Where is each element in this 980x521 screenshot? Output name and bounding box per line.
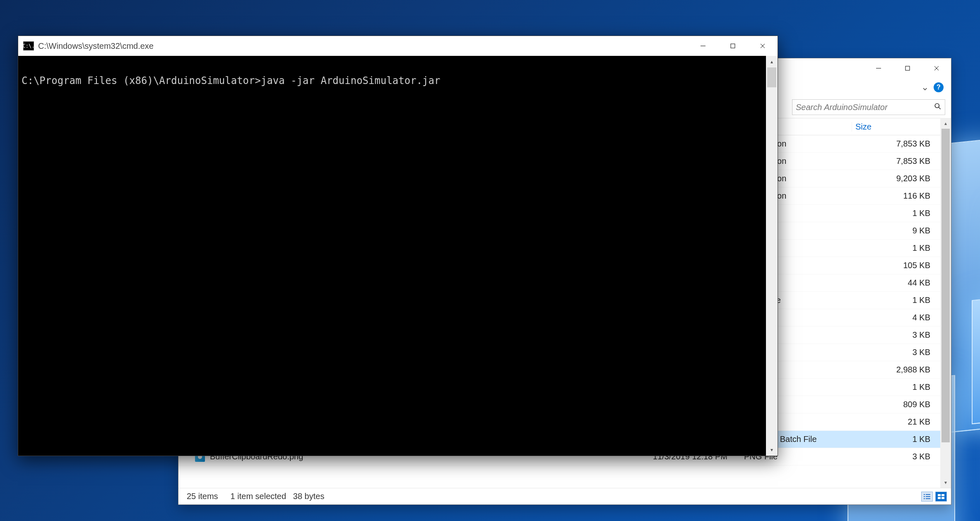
file-size-cell: 7,853 KB	[852, 156, 934, 166]
file-size-cell: 1 KB	[852, 243, 934, 253]
explorer-search-box[interactable]	[792, 99, 945, 115]
scroll-down-icon[interactable]: ▾	[940, 477, 951, 488]
scroll-up-icon[interactable]: ▴	[940, 118, 951, 129]
file-size-cell: 1 KB	[852, 382, 934, 392]
cmd-scrollbar[interactable]: ▴ ▾	[766, 56, 778, 456]
svg-rect-10	[938, 497, 941, 499]
help-icon[interactable]: ?	[934, 82, 944, 92]
file-size-cell: 3 KB	[852, 348, 934, 357]
file-size-cell: 21 KB	[852, 417, 934, 427]
svg-rect-6	[924, 498, 925, 499]
explorer-maximize-button[interactable]	[893, 58, 922, 78]
file-size-cell: 1 KB	[852, 435, 934, 444]
explorer-search-input[interactable]	[796, 103, 931, 112]
explorer-minimize-button[interactable]	[864, 58, 893, 78]
explorer-status-bar: 25 items 1 item selected 38 bytes	[178, 488, 951, 504]
status-selected-count: 1 item selected	[231, 492, 287, 501]
file-size-cell: 809 KB	[852, 400, 934, 409]
file-size-cell: 1 KB	[852, 295, 934, 305]
cmd-scroll-down-icon[interactable]: ▾	[766, 444, 778, 456]
cmd-window-title: C:\Windows\system32\cmd.exe	[38, 41, 688, 51]
status-item-count: 25 items	[187, 492, 218, 501]
svg-rect-12	[731, 44, 735, 48]
view-thumbnails-button[interactable]	[935, 492, 947, 502]
scroll-thumb[interactable]	[941, 129, 950, 442]
column-header-size[interactable]: Size	[852, 122, 934, 132]
status-selected-bytes: 38 bytes	[293, 492, 325, 501]
svg-rect-4	[924, 496, 925, 497]
cmd-scroll-thumb[interactable]	[767, 67, 776, 87]
file-size-cell: 44 KB	[852, 278, 934, 288]
file-size-cell: 4 KB	[852, 313, 934, 322]
file-size-cell: 3 KB	[852, 330, 934, 340]
cmd-console-output[interactable]: C:\Program Files (x86)\ArduinoSimulator>…	[18, 56, 766, 456]
file-size-cell: 7,853 KB	[852, 139, 934, 149]
svg-point-1	[935, 103, 939, 108]
file-size-cell: 3 KB	[852, 452, 934, 461]
svg-rect-5	[926, 496, 930, 497]
explorer-scrollbar[interactable]: ▴ ▾	[940, 118, 951, 488]
svg-rect-3	[926, 494, 930, 495]
cmd-window[interactable]: C:\. C:\Windows\system32\cmd.exe C:\Prog…	[18, 36, 778, 456]
file-size-cell: 2,988 KB	[852, 365, 934, 375]
cmd-minimize-button[interactable]	[688, 36, 718, 56]
file-size-cell: 9 KB	[852, 226, 934, 235]
cmd-scroll-up-icon[interactable]: ▴	[766, 56, 778, 67]
explorer-close-button[interactable]	[922, 58, 951, 78]
search-icon[interactable]	[934, 103, 941, 112]
view-details-button[interactable]	[921, 492, 933, 502]
file-size-cell: 105 KB	[852, 261, 934, 270]
svg-rect-8	[938, 494, 941, 496]
cmd-close-button[interactable]	[748, 36, 778, 56]
ribbon-chevron-icon[interactable]: ⌄	[921, 82, 929, 93]
file-size-cell: 1 KB	[852, 209, 934, 218]
cmd-body: C:\Program Files (x86)\ArduinoSimulator>…	[18, 56, 778, 456]
svg-rect-9	[941, 494, 944, 496]
cmd-app-icon: C:\.	[23, 41, 34, 50]
cmd-maximize-button[interactable]	[718, 36, 748, 56]
cmd-titlebar[interactable]: C:\. C:\Windows\system32\cmd.exe	[18, 36, 778, 56]
file-size-cell: 9,203 KB	[852, 174, 934, 183]
cmd-prompt-line: C:\Program Files (x86)\ArduinoSimulator>…	[22, 75, 440, 86]
svg-rect-2	[924, 494, 925, 495]
svg-rect-0	[905, 66, 910, 70]
svg-rect-7	[926, 498, 930, 499]
file-size-cell: 116 KB	[852, 191, 934, 201]
svg-rect-11	[941, 497, 944, 499]
